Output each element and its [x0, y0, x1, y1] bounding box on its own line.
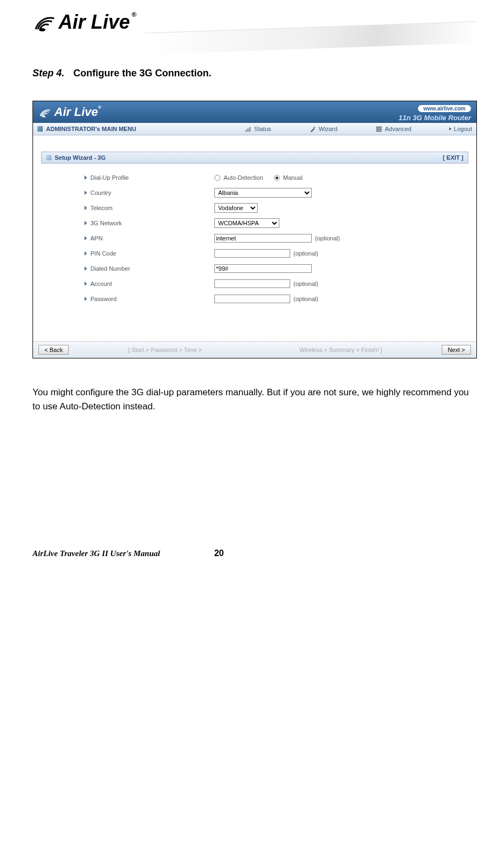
manual-title: AirLive Traveler 3G II User's Manual	[32, 549, 160, 558]
signal-icon	[38, 106, 51, 119]
body-text: You might configure the 3G dial-up param…	[32, 386, 477, 413]
optional-label: (optional)	[315, 235, 340, 241]
step-header: Step 4. Configure the 3G Connection.	[32, 68, 477, 79]
step-title: Configure the 3G Connection.	[73, 68, 211, 79]
bullet-icon	[84, 191, 87, 195]
dialup-label: Dial-Up Profile	[90, 174, 129, 181]
auto-detection-radio[interactable]	[214, 175, 220, 181]
step-number: Step 4.	[32, 68, 64, 79]
country-select[interactable]: Albania	[214, 188, 312, 198]
svg-rect-7	[376, 130, 382, 132]
dialed-label: Dialed Number	[90, 265, 130, 272]
bullet-icon	[84, 251, 87, 256]
manual-radio[interactable]	[274, 175, 280, 181]
router-subtitle: 11n 3G Mobile Router	[398, 114, 471, 122]
svg-rect-5	[376, 127, 382, 128]
bullet-icon	[84, 175, 87, 180]
svg-rect-2	[245, 130, 246, 132]
pin-input[interactable]	[214, 249, 290, 258]
telecom-select[interactable]: Vodafone	[214, 203, 258, 213]
header-swoosh	[145, 21, 477, 54]
optional-label: (optional)	[293, 296, 318, 302]
signal-icon	[32, 11, 56, 35]
country-label: Country	[90, 190, 112, 196]
manual-label: Manual	[283, 174, 303, 181]
svg-rect-3	[247, 128, 248, 132]
bullet-icon	[84, 221, 87, 225]
menu-bar: ADMINISTRATOR's MAIN MENU Status Wizard …	[33, 123, 476, 135]
password-label: Password	[90, 296, 116, 302]
password-input[interactable]	[214, 295, 290, 303]
pin-label: PIN Code	[90, 250, 116, 257]
network-label: 3G Network	[90, 220, 122, 226]
menu-wizard[interactable]: Wizard	[309, 125, 337, 133]
auto-detection-label: Auto-Detection	[224, 174, 263, 181]
bullet-icon	[84, 236, 87, 240]
menu-status[interactable]: Status	[245, 125, 271, 133]
document-header: Air Live®	[32, 11, 477, 49]
router-logo: Air Live®	[38, 105, 101, 119]
status-icon	[245, 125, 252, 133]
panel-title-bar: Setup Wizard - 3G [ EXIT ]	[41, 152, 468, 164]
svg-point-1	[42, 116, 46, 117]
apn-input[interactable]	[214, 234, 312, 243]
bullet-icon	[84, 266, 87, 271]
back-button[interactable]: < Back	[38, 345, 69, 355]
menu-advanced[interactable]: Advanced	[375, 125, 411, 133]
dialed-input[interactable]	[214, 264, 312, 273]
menu-icon	[37, 126, 43, 132]
advanced-icon	[375, 125, 383, 133]
svg-point-0	[39, 28, 45, 31]
url-pill[interactable]: www.airlive.com	[418, 105, 471, 112]
svg-rect-6	[376, 128, 382, 130]
account-label: Account	[90, 280, 112, 287]
bullet-icon	[84, 297, 87, 301]
menu-main-label: ADMINISTRATOR's MAIN MENU	[46, 126, 136, 132]
bullet-icon	[84, 282, 87, 286]
optional-label: (optional)	[293, 250, 318, 257]
wizard-footer: < Back [ Start > Password > Time > Wirel…	[33, 341, 476, 358]
bullet-icon	[84, 206, 87, 210]
menu-logout[interactable]: Logout	[449, 126, 472, 132]
router-screenshot: Air Live® www.airlive.com 11n 3G Mobile …	[32, 101, 477, 358]
panel-title: Setup Wizard - 3G	[55, 154, 106, 161]
router-header: Air Live® www.airlive.com 11n 3G Mobile …	[33, 101, 476, 123]
apn-label: APN	[90, 235, 103, 241]
wizard-icon	[309, 125, 317, 133]
page-footer: AirLive Traveler 3G II User's Manual 20	[32, 548, 477, 558]
account-input[interactable]	[214, 279, 290, 288]
breadcrumb-right: Wireless > Summary > Finish! ]	[299, 347, 382, 353]
telecom-label: Telecom	[90, 205, 113, 211]
breadcrumb-left: [ Start > Password > Time >	[128, 347, 202, 353]
airlive-logo: Air Live®	[32, 11, 136, 49]
page-number: 20	[214, 548, 224, 558]
panel-icon	[46, 155, 51, 160]
chevron-right-icon	[449, 127, 451, 130]
registered-icon: ®	[132, 11, 136, 18]
exit-link[interactable]: [ EXIT ]	[443, 154, 463, 161]
svg-rect-4	[249, 127, 250, 132]
optional-label: (optional)	[293, 280, 318, 287]
network-select[interactable]: WCDMA/HSPA	[214, 218, 279, 228]
next-button[interactable]: Next >	[442, 345, 471, 355]
